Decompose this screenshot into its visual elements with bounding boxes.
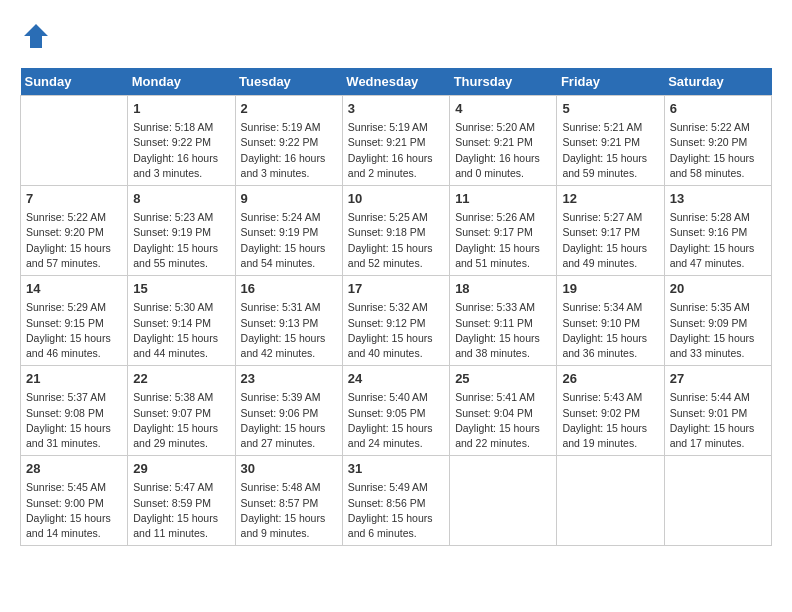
- calendar-cell: 27Sunrise: 5:44 AM Sunset: 9:01 PM Dayli…: [664, 366, 771, 456]
- day-info: Sunrise: 5:31 AM Sunset: 9:13 PM Dayligh…: [241, 300, 337, 361]
- calendar-cell: [450, 456, 557, 546]
- day-info: Sunrise: 5:48 AM Sunset: 8:57 PM Dayligh…: [241, 480, 337, 541]
- day-number: 31: [348, 460, 444, 478]
- calendar-cell: 17Sunrise: 5:32 AM Sunset: 9:12 PM Dayli…: [342, 276, 449, 366]
- day-info: Sunrise: 5:43 AM Sunset: 9:02 PM Dayligh…: [562, 390, 658, 451]
- day-info: Sunrise: 5:26 AM Sunset: 9:17 PM Dayligh…: [455, 210, 551, 271]
- day-info: Sunrise: 5:25 AM Sunset: 9:18 PM Dayligh…: [348, 210, 444, 271]
- day-info: Sunrise: 5:27 AM Sunset: 9:17 PM Dayligh…: [562, 210, 658, 271]
- calendar-cell: [664, 456, 771, 546]
- calendar-cell: 19Sunrise: 5:34 AM Sunset: 9:10 PM Dayli…: [557, 276, 664, 366]
- day-info: Sunrise: 5:38 AM Sunset: 9:07 PM Dayligh…: [133, 390, 229, 451]
- day-info: Sunrise: 5:47 AM Sunset: 8:59 PM Dayligh…: [133, 480, 229, 541]
- day-number: 2: [241, 100, 337, 118]
- calendar-cell: 13Sunrise: 5:28 AM Sunset: 9:16 PM Dayli…: [664, 186, 771, 276]
- weekday-header: Monday: [128, 68, 235, 96]
- calendar-cell: 14Sunrise: 5:29 AM Sunset: 9:15 PM Dayli…: [21, 276, 128, 366]
- day-info: Sunrise: 5:44 AM Sunset: 9:01 PM Dayligh…: [670, 390, 766, 451]
- day-info: Sunrise: 5:39 AM Sunset: 9:06 PM Dayligh…: [241, 390, 337, 451]
- day-number: 24: [348, 370, 444, 388]
- day-number: 21: [26, 370, 122, 388]
- svg-marker-0: [24, 24, 48, 48]
- weekday-header-row: SundayMondayTuesdayWednesdayThursdayFrid…: [21, 68, 772, 96]
- calendar-cell: 18Sunrise: 5:33 AM Sunset: 9:11 PM Dayli…: [450, 276, 557, 366]
- day-info: Sunrise: 5:32 AM Sunset: 9:12 PM Dayligh…: [348, 300, 444, 361]
- day-number: 23: [241, 370, 337, 388]
- calendar-cell: 23Sunrise: 5:39 AM Sunset: 9:06 PM Dayli…: [235, 366, 342, 456]
- calendar-cell: 1Sunrise: 5:18 AM Sunset: 9:22 PM Daylig…: [128, 96, 235, 186]
- day-info: Sunrise: 5:30 AM Sunset: 9:14 PM Dayligh…: [133, 300, 229, 361]
- weekday-header: Wednesday: [342, 68, 449, 96]
- calendar-cell: 21Sunrise: 5:37 AM Sunset: 9:08 PM Dayli…: [21, 366, 128, 456]
- day-info: Sunrise: 5:49 AM Sunset: 8:56 PM Dayligh…: [348, 480, 444, 541]
- day-info: Sunrise: 5:45 AM Sunset: 9:00 PM Dayligh…: [26, 480, 122, 541]
- calendar-cell: [557, 456, 664, 546]
- day-number: 8: [133, 190, 229, 208]
- day-number: 5: [562, 100, 658, 118]
- day-info: Sunrise: 5:21 AM Sunset: 9:21 PM Dayligh…: [562, 120, 658, 181]
- calendar-cell: 22Sunrise: 5:38 AM Sunset: 9:07 PM Dayli…: [128, 366, 235, 456]
- weekday-header: Tuesday: [235, 68, 342, 96]
- day-info: Sunrise: 5:24 AM Sunset: 9:19 PM Dayligh…: [241, 210, 337, 271]
- day-number: 29: [133, 460, 229, 478]
- day-info: Sunrise: 5:35 AM Sunset: 9:09 PM Dayligh…: [670, 300, 766, 361]
- day-number: 26: [562, 370, 658, 388]
- weekday-header: Saturday: [664, 68, 771, 96]
- calendar-week-row: 1Sunrise: 5:18 AM Sunset: 9:22 PM Daylig…: [21, 96, 772, 186]
- day-info: Sunrise: 5:40 AM Sunset: 9:05 PM Dayligh…: [348, 390, 444, 451]
- calendar-cell: 31Sunrise: 5:49 AM Sunset: 8:56 PM Dayli…: [342, 456, 449, 546]
- day-number: 27: [670, 370, 766, 388]
- day-number: 7: [26, 190, 122, 208]
- day-info: Sunrise: 5:29 AM Sunset: 9:15 PM Dayligh…: [26, 300, 122, 361]
- calendar-week-row: 14Sunrise: 5:29 AM Sunset: 9:15 PM Dayli…: [21, 276, 772, 366]
- calendar-cell: 15Sunrise: 5:30 AM Sunset: 9:14 PM Dayli…: [128, 276, 235, 366]
- calendar-cell: 16Sunrise: 5:31 AM Sunset: 9:13 PM Dayli…: [235, 276, 342, 366]
- day-info: Sunrise: 5:33 AM Sunset: 9:11 PM Dayligh…: [455, 300, 551, 361]
- day-number: 1: [133, 100, 229, 118]
- day-info: Sunrise: 5:28 AM Sunset: 9:16 PM Dayligh…: [670, 210, 766, 271]
- day-number: 16: [241, 280, 337, 298]
- calendar-cell: 24Sunrise: 5:40 AM Sunset: 9:05 PM Dayli…: [342, 366, 449, 456]
- day-number: 9: [241, 190, 337, 208]
- day-number: 20: [670, 280, 766, 298]
- calendar-cell: 9Sunrise: 5:24 AM Sunset: 9:19 PM Daylig…: [235, 186, 342, 276]
- day-number: 18: [455, 280, 551, 298]
- calendar-week-row: 21Sunrise: 5:37 AM Sunset: 9:08 PM Dayli…: [21, 366, 772, 456]
- calendar-cell: 4Sunrise: 5:20 AM Sunset: 9:21 PM Daylig…: [450, 96, 557, 186]
- calendar-cell: 5Sunrise: 5:21 AM Sunset: 9:21 PM Daylig…: [557, 96, 664, 186]
- day-number: 10: [348, 190, 444, 208]
- day-info: Sunrise: 5:41 AM Sunset: 9:04 PM Dayligh…: [455, 390, 551, 451]
- calendar-cell: 6Sunrise: 5:22 AM Sunset: 9:20 PM Daylig…: [664, 96, 771, 186]
- calendar-cell: 28Sunrise: 5:45 AM Sunset: 9:00 PM Dayli…: [21, 456, 128, 546]
- day-info: Sunrise: 5:23 AM Sunset: 9:19 PM Dayligh…: [133, 210, 229, 271]
- day-number: 17: [348, 280, 444, 298]
- calendar-cell: 10Sunrise: 5:25 AM Sunset: 9:18 PM Dayli…: [342, 186, 449, 276]
- day-info: Sunrise: 5:22 AM Sunset: 9:20 PM Dayligh…: [670, 120, 766, 181]
- weekday-header: Sunday: [21, 68, 128, 96]
- calendar-cell: 29Sunrise: 5:47 AM Sunset: 8:59 PM Dayli…: [128, 456, 235, 546]
- calendar-table: SundayMondayTuesdayWednesdayThursdayFrid…: [20, 68, 772, 546]
- calendar-cell: 3Sunrise: 5:19 AM Sunset: 9:21 PM Daylig…: [342, 96, 449, 186]
- calendar-cell: [21, 96, 128, 186]
- day-number: 14: [26, 280, 122, 298]
- day-info: Sunrise: 5:20 AM Sunset: 9:21 PM Dayligh…: [455, 120, 551, 181]
- calendar-cell: 12Sunrise: 5:27 AM Sunset: 9:17 PM Dayli…: [557, 186, 664, 276]
- calendar-cell: 30Sunrise: 5:48 AM Sunset: 8:57 PM Dayli…: [235, 456, 342, 546]
- calendar-cell: 11Sunrise: 5:26 AM Sunset: 9:17 PM Dayli…: [450, 186, 557, 276]
- day-info: Sunrise: 5:34 AM Sunset: 9:10 PM Dayligh…: [562, 300, 658, 361]
- day-number: 15: [133, 280, 229, 298]
- day-number: 3: [348, 100, 444, 118]
- day-number: 22: [133, 370, 229, 388]
- day-number: 4: [455, 100, 551, 118]
- calendar-cell: 2Sunrise: 5:19 AM Sunset: 9:22 PM Daylig…: [235, 96, 342, 186]
- calendar-cell: 25Sunrise: 5:41 AM Sunset: 9:04 PM Dayli…: [450, 366, 557, 456]
- calendar-cell: 8Sunrise: 5:23 AM Sunset: 9:19 PM Daylig…: [128, 186, 235, 276]
- page-header: [20, 20, 772, 52]
- calendar-cell: 7Sunrise: 5:22 AM Sunset: 9:20 PM Daylig…: [21, 186, 128, 276]
- weekday-header: Friday: [557, 68, 664, 96]
- day-info: Sunrise: 5:22 AM Sunset: 9:20 PM Dayligh…: [26, 210, 122, 271]
- logo-icon: [20, 20, 52, 52]
- logo: [20, 20, 56, 52]
- calendar-week-row: 7Sunrise: 5:22 AM Sunset: 9:20 PM Daylig…: [21, 186, 772, 276]
- day-number: 6: [670, 100, 766, 118]
